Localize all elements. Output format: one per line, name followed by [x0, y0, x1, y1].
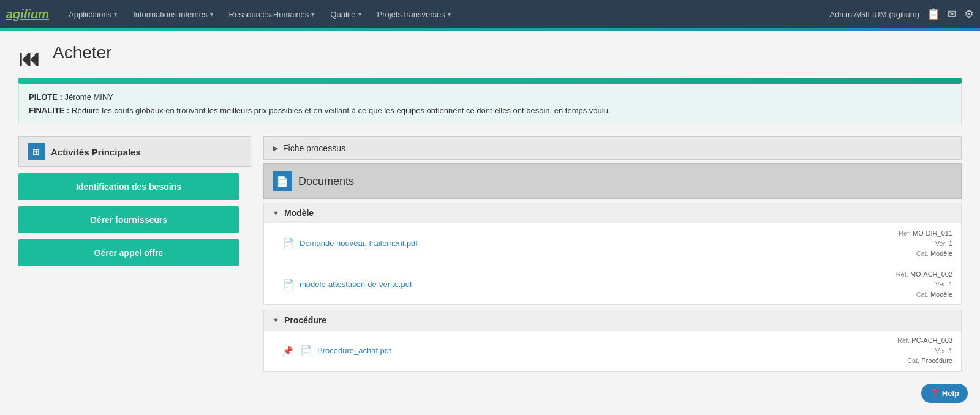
procedure-category-header[interactable]: ▼ Procédure [264, 310, 961, 330]
chevron-down-icon: ▾ [114, 11, 117, 18]
gerer-appel-offre-button[interactable]: Gérer appel offre [18, 239, 239, 266]
doc-row-left: 📌 📄 Procedure_achat.pdf [282, 345, 391, 356]
logo[interactable]: agilium [6, 7, 49, 21]
info-box: PILOTE : Jérome MINY FINALITE : Réduire … [18, 84, 962, 124]
doc-meta: Réf. MO-ACH_002 Ver. 1 Cat. Modèle [896, 269, 952, 300]
ver-value: 1 [949, 347, 952, 354]
ver-label: Ver. [935, 280, 947, 288]
page-title-area: Acheter [53, 43, 112, 62]
back-icon[interactable]: ⏮ [18, 46, 40, 72]
left-panel-header: ⊞ Activités Principales [18, 136, 251, 167]
doc-name-link[interactable]: Demande nouveau traitement.pdf [300, 239, 418, 248]
documents-section-header: 📄 Documents [263, 163, 962, 199]
doc-ref: Réf. PC-ACH_003 [897, 335, 952, 346]
right-panel: ▶ Fiche processus 📄 Documents ▼ Modèle 📄 [263, 136, 962, 376]
progress-bar-fill [18, 78, 962, 84]
pdf-icon: 📄 [300, 345, 312, 356]
page-content: ⏮ Acheter PILOTE : Jérome MINY FINALITE … [0, 31, 980, 389]
activities-header-label: Activités Principales [51, 147, 141, 157]
nav-informations-internes-label: Informations internes [133, 10, 207, 19]
chevron-down-icon: ▾ [358, 11, 361, 18]
cat-label: Cat. [907, 357, 919, 364]
cat-value: Modèle [930, 250, 952, 257]
nav-qualite[interactable]: Qualité ▾ [323, 0, 368, 28]
modele-category-header[interactable]: ▼ Modèle [264, 203, 961, 223]
procedure-label: Procédure [284, 315, 326, 325]
procedure-category: ▼ Procédure 📌 📄 Procedure_achat.pdf Réf.… [263, 310, 962, 372]
modele-category: ▼ Modèle 📄 Demande nouveau traitement.pd… [263, 203, 962, 305]
logo-text: agilium [6, 7, 49, 21]
finalite-row: FINALITE : Réduire les coûts globaux en … [29, 104, 951, 118]
nav-applications[interactable]: Applications ▾ [61, 0, 124, 28]
ref-value: PC-ACH_003 [911, 337, 952, 344]
chevron-down-icon: ▾ [311, 11, 314, 18]
two-col: ⊞ Activités Principales Identification d… [18, 136, 962, 376]
ref-value: MO-ACH_002 [910, 271, 952, 278]
gerer-fournisseurs-button[interactable]: Gérer fournisseurs [18, 206, 239, 233]
doc-cat: Cat. Procédure [897, 356, 952, 366]
doc-ver: Ver. 1 [896, 279, 952, 290]
pilote-value: Jérome MINY [65, 92, 113, 102]
nav-projets-transverses[interactable]: Projets transverses ▾ [370, 0, 458, 28]
doc-ver: Ver. 1 [899, 239, 952, 249]
arrow-right-icon: ▶ [273, 144, 278, 152]
chevron-down-icon: ▼ [273, 316, 279, 324]
page-header: ⏮ Acheter [18, 43, 962, 72]
identification-besoins-button[interactable]: Identification des besoins [18, 173, 239, 200]
document-row: 📄 modèle-attestation-de-vente.pdf Réf. M… [264, 264, 961, 305]
help-button[interactable]: ❓ Help [921, 384, 968, 389]
page-title: Acheter [53, 43, 112, 62]
document-icon: 📄 [273, 171, 292, 191]
nav-items: Applications ▾ Informations internes ▾ R… [61, 0, 829, 28]
ver-label: Ver. [935, 347, 947, 354]
doc-row-left: 📄 Demande nouveau traitement.pdf [282, 237, 418, 249]
doc-cat: Cat. Modèle [899, 249, 952, 259]
pilote-label: PILOTE : [29, 92, 62, 102]
fiche-processus-label: Fiche processus [283, 143, 345, 153]
finalite-value: Réduire les coûts globaux en trouvant le… [72, 106, 610, 115]
chevron-down-icon: ▾ [210, 11, 213, 18]
nav-qualite-label: Qualité [330, 10, 355, 19]
pdf-icon: 📄 [282, 279, 295, 290]
nav-ressources-humaines[interactable]: Ressources Humaines ▾ [222, 0, 322, 28]
ref-label: Réf. [896, 271, 908, 278]
doc-meta: Réf. PC-ACH_003 Ver. 1 Cat. Procédure [897, 335, 952, 366]
nav-projets-transverses-label: Projets transverses [377, 10, 445, 19]
doc-meta: Réf. MO-DIR_011 Ver. 1 Cat. Modèle [899, 228, 952, 259]
pin-icon: 📌 [282, 346, 293, 356]
doc-name-link[interactable]: Procedure_achat.pdf [317, 346, 391, 355]
pilote-row: PILOTE : Jérome MINY [29, 91, 951, 104]
topnav: agilium Applications ▾ Informations inte… [0, 0, 980, 28]
doc-name-link[interactable]: modèle-attestation-de-vente.pdf [300, 280, 412, 289]
documents-label: Documents [298, 175, 354, 188]
nav-right: Admin AGILIUM (agilium) 📋 ✉ ⚙ [829, 7, 974, 21]
grid-icon: ⊞ [28, 143, 45, 160]
ref-label: Réf. [899, 230, 911, 237]
nav-applications-label: Applications [69, 10, 111, 19]
cat-label: Cat. [916, 250, 929, 257]
ver-value: 1 [949, 280, 952, 288]
doc-ref: Réf. MO-ACH_002 [896, 269, 952, 280]
doc-cat: Cat. Modèle [896, 290, 952, 300]
progress-bar-container [18, 78, 962, 84]
left-panel: ⊞ Activités Principales Identification d… [18, 136, 251, 376]
doc-ver: Ver. 1 [897, 346, 952, 356]
mail-icon[interactable]: ✉ [948, 7, 957, 21]
doc-row-left: 📄 modèle-attestation-de-vente.pdf [282, 279, 412, 290]
doc-ref: Réf. MO-DIR_011 [899, 228, 952, 239]
modele-label: Modèle [284, 208, 314, 218]
ref-value: MO-DIR_011 [913, 230, 952, 237]
nav-ressources-humaines-label: Ressources Humaines [229, 10, 309, 19]
chevron-down-icon: ▾ [448, 11, 451, 18]
ref-label: Réf. [897, 337, 910, 344]
nav-informations-internes[interactable]: Informations internes ▾ [126, 0, 220, 28]
gear-icon[interactable]: ⚙ [964, 7, 974, 21]
finalite-label: FINALITE : [29, 106, 69, 115]
cat-value: Modèle [930, 291, 952, 298]
cat-value: Procédure [921, 357, 952, 364]
fiche-processus-section[interactable]: ▶ Fiche processus [263, 136, 962, 160]
ver-value: 1 [949, 240, 952, 247]
clipboard-icon[interactable]: 📋 [927, 7, 940, 21]
ver-label: Ver. [935, 240, 947, 247]
pdf-icon: 📄 [282, 237, 295, 249]
